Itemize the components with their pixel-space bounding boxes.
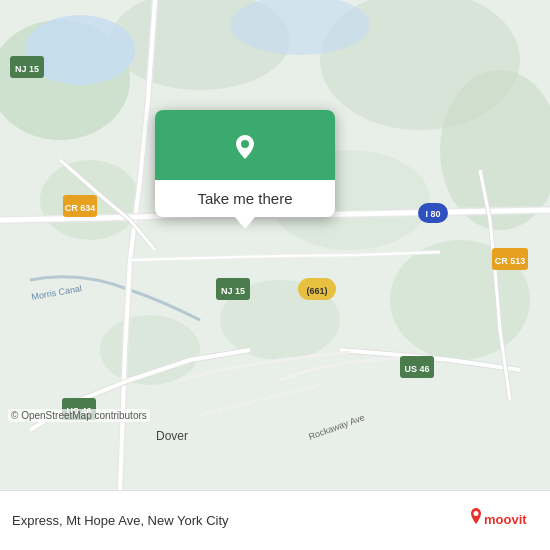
svg-text:Dover: Dover (156, 429, 188, 443)
svg-point-33 (474, 511, 479, 516)
tooltip-header (155, 110, 335, 180)
svg-text:I 80: I 80 (425, 209, 440, 219)
moovit-logo: moovit (468, 506, 538, 536)
tooltip-label[interactable]: Take me there (197, 190, 292, 207)
svg-text:NJ 15: NJ 15 (221, 286, 245, 296)
location-title: Express, Mt Hope Ave, New York City (12, 513, 468, 528)
svg-text:moovit: moovit (484, 512, 527, 527)
svg-text:CR 634: CR 634 (65, 203, 96, 213)
osm-credit: © OpenStreetMap contributors (8, 409, 150, 422)
svg-text:NJ 15: NJ 15 (15, 64, 39, 74)
svg-text:CR 513: CR 513 (495, 256, 526, 266)
svg-point-32 (241, 140, 249, 148)
svg-text:US 46: US 46 (404, 364, 429, 374)
bottom-bar: Express, Mt Hope Ave, New York City moov… (0, 490, 550, 550)
map-view: NJ 15 CR 634 I 80 CR 513 NJ 15 (661) US … (0, 0, 550, 490)
svg-text:(661): (661) (306, 286, 327, 296)
tooltip-popup: Take me there (155, 110, 335, 217)
moovit-logo-svg: moovit (468, 506, 538, 536)
location-pin-icon (226, 128, 264, 166)
